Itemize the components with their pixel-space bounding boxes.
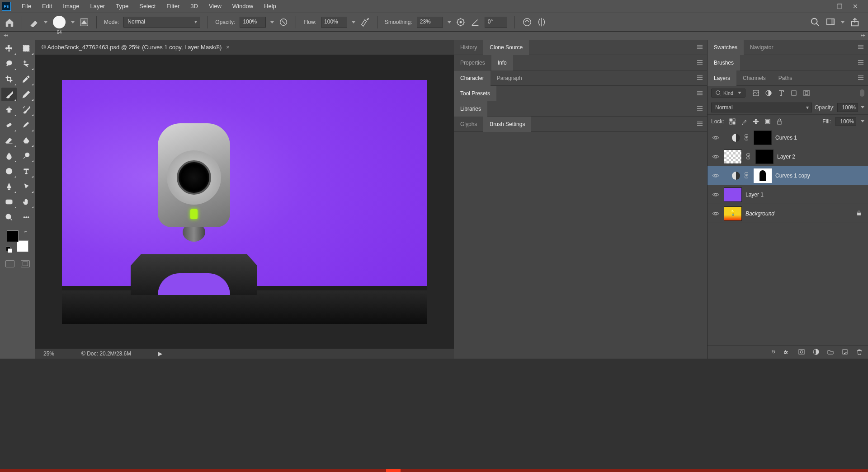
- lock-artboard-icon[interactable]: [764, 118, 771, 125]
- mask-thumbnail[interactable]: [755, 150, 774, 164]
- share-icon[interactable]: [850, 17, 860, 27]
- mask-thumbnail[interactable]: [754, 131, 772, 145]
- link-layers-icon[interactable]: [769, 349, 777, 356]
- layer-name[interactable]: Background: [745, 210, 774, 217]
- menu-layer[interactable]: Layer: [85, 0, 111, 13]
- brush-settings-toggle-icon[interactable]: [79, 17, 89, 27]
- collapse-left-icon[interactable]: ◂◂: [0, 33, 8, 37]
- panel-menu-icon[interactable]: [857, 43, 864, 52]
- maximize-button[interactable]: ❐: [837, 3, 843, 10]
- delete-layer-icon[interactable]: [856, 349, 863, 356]
- layer-name[interactable]: Layer 2: [777, 154, 795, 160]
- path-select-tool[interactable]: [19, 180, 34, 193]
- tab-paths[interactable]: Paths: [772, 70, 799, 86]
- blend-mode-select[interactable]: Normal: [123, 17, 200, 28]
- filter-type-icon[interactable]: [777, 89, 785, 97]
- healing-brush-tool[interactable]: [1, 118, 17, 132]
- canvas[interactable]: [62, 80, 427, 324]
- gradient-tool[interactable]: [19, 134, 34, 147]
- brush-preview[interactable]: 64: [52, 15, 66, 29]
- move-tool[interactable]: [1, 42, 17, 55]
- collapse-right-icon[interactable]: ▸▸: [861, 33, 865, 37]
- zoom-level[interactable]: 25%: [43, 350, 54, 357]
- brush-picker-dropdown-icon[interactable]: [71, 21, 75, 23]
- menu-edit[interactable]: Edit: [37, 0, 57, 13]
- panel-menu-icon[interactable]: [696, 74, 703, 83]
- layer-row[interactable]: Background: [708, 204, 868, 223]
- filter-smart-icon[interactable]: [802, 89, 811, 97]
- add-group-icon[interactable]: [827, 349, 835, 356]
- doc-info[interactable]: © Doc: 20.2M/23.6M: [81, 350, 131, 357]
- dodge-tool[interactable]: [19, 149, 34, 163]
- lock-position-icon[interactable]: [752, 118, 760, 125]
- canvas-viewport[interactable]: [35, 55, 454, 349]
- layer-opacity-input[interactable]: 100%: [837, 103, 858, 112]
- filter-shape-icon[interactable]: [790, 89, 798, 97]
- menu-type[interactable]: Type: [110, 0, 134, 13]
- history-brush-tool[interactable]: [19, 103, 34, 117]
- menu-select[interactable]: Select: [134, 0, 161, 13]
- tab-history[interactable]: History: [454, 40, 483, 55]
- visibility-icon[interactable]: [711, 209, 720, 218]
- smoothing-input[interactable]: 23%: [417, 17, 443, 28]
- symmetry-icon[interactable]: [537, 17, 547, 27]
- tool-preset-picker[interactable]: [29, 17, 39, 27]
- search-icon[interactable]: [810, 17, 820, 27]
- minimize-button[interactable]: —: [821, 3, 827, 10]
- screen-mode-icon[interactable]: [21, 260, 30, 267]
- marquee-tool[interactable]: [19, 42, 34, 55]
- flow-input[interactable]: 100%: [321, 17, 347, 28]
- quick-mask-icon[interactable]: [5, 260, 14, 267]
- menu-image[interactable]: Image: [57, 0, 85, 13]
- layer-fill-input[interactable]: 100%: [835, 117, 856, 126]
- workspace-icon[interactable]: [826, 17, 835, 27]
- tab-brush-settings[interactable]: Brush Settings: [483, 117, 531, 132]
- menu-view[interactable]: View: [203, 0, 227, 13]
- visibility-icon[interactable]: [711, 190, 720, 199]
- clone-stamp-tool[interactable]: [1, 103, 17, 117]
- visibility-icon[interactable]: [711, 171, 720, 180]
- taskbar[interactable]: [0, 469, 868, 472]
- tab-clone-source[interactable]: Clone Source: [483, 40, 529, 55]
- lasso-tool[interactable]: [1, 57, 17, 70]
- zoom-tool[interactable]: [1, 210, 17, 224]
- opacity-input[interactable]: 100%: [240, 17, 266, 28]
- tab-libraries[interactable]: Libraries: [454, 101, 487, 117]
- add-layer-icon[interactable]: [842, 349, 849, 356]
- visibility-icon[interactable]: [711, 133, 720, 142]
- home-icon[interactable]: [5, 18, 14, 27]
- panel-menu-icon[interactable]: [696, 120, 703, 129]
- layer-fill-dropdown-icon[interactable]: [861, 120, 864, 122]
- tab-tool-presets[interactable]: Tool Presets: [454, 86, 496, 101]
- layers-list[interactable]: Curves 1 Layer 2 Curves 1 copy: [708, 128, 868, 345]
- brush-tool[interactable]: [1, 88, 17, 101]
- layer-row[interactable]: Layer 1: [708, 185, 868, 204]
- panel-menu-icon[interactable]: [696, 59, 703, 67]
- filter-pixel-icon[interactable]: [752, 89, 760, 97]
- hand-tool[interactable]: [19, 195, 34, 209]
- tool-preset-dropdown-icon[interactable]: [44, 21, 47, 23]
- color-swatch[interactable]: ⤺: [7, 230, 28, 252]
- status-arrow-icon[interactable]: ▶: [158, 350, 162, 357]
- pressure-size-icon[interactable]: [522, 17, 532, 27]
- layer-blend-mode[interactable]: Normal: [711, 103, 812, 112]
- layer-thumbnail[interactable]: [724, 187, 742, 202]
- add-adjustment-icon[interactable]: [813, 349, 820, 356]
- tab-navigator[interactable]: Navigator: [744, 40, 779, 55]
- tab-layers[interactable]: Layers: [708, 70, 736, 86]
- fx-icon[interactable]: fx: [784, 349, 791, 356]
- crop-tool[interactable]: [1, 72, 17, 86]
- tab-properties[interactable]: Properties: [454, 55, 491, 70]
- document-tab[interactable]: © AdobeStock_47762463.psd @ 25% (Curves …: [42, 44, 230, 51]
- pressure-opacity-icon[interactable]: [278, 17, 288, 27]
- smoothing-options-icon[interactable]: [456, 17, 466, 27]
- eraser-tool[interactable]: [1, 134, 17, 147]
- filter-toggle[interactable]: [860, 89, 864, 97]
- lock-trans-icon[interactable]: [729, 118, 736, 125]
- filter-adjust-icon[interactable]: [764, 89, 773, 97]
- layer-filter-kind[interactable]: Kind: [711, 89, 745, 98]
- quick-select-tool[interactable]: [19, 57, 34, 70]
- layer-row[interactable]: Layer 2: [708, 147, 868, 166]
- smoothing-dropdown-icon[interactable]: [448, 21, 451, 23]
- pencil-tool[interactable]: [19, 88, 34, 101]
